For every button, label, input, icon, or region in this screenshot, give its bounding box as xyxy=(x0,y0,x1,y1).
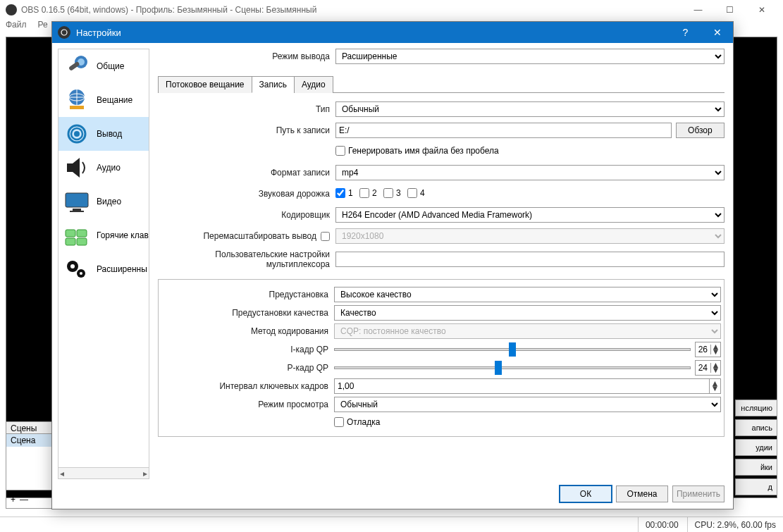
svg-rect-8 xyxy=(70,106,84,109)
type-select[interactable]: Обычный xyxy=(335,101,725,117)
dialog-titlebar[interactable]: Настройки ? ✕ xyxy=(52,22,733,43)
svg-rect-15 xyxy=(77,230,87,237)
tab-recording[interactable]: Запись xyxy=(252,76,295,93)
preset-label: Предустановка xyxy=(161,290,334,299)
menu-file[interactable]: Файл xyxy=(6,20,27,34)
settings-sidebar: Общие Вещание Вывод Аудио Видео Горячие … xyxy=(58,49,149,479)
svg-point-19 xyxy=(70,264,75,268)
tracks-label: Звуковая дорожка xyxy=(158,189,335,199)
apply-button[interactable]: Применить xyxy=(672,485,725,502)
right-btn-2[interactable]: апись xyxy=(735,419,777,436)
maximize-button[interactable]: ☐ xyxy=(714,0,746,20)
status-time: 00:00:00 xyxy=(638,517,679,532)
window-title: OBS 0.16.5 (64bit, windows) - Профиль: Б… xyxy=(21,5,682,15)
svg-rect-12 xyxy=(73,209,81,211)
browse-button[interactable]: Обзор xyxy=(676,123,725,138)
format-label: Формат записи xyxy=(158,168,335,178)
tab-audio[interactable]: Аудио xyxy=(294,76,333,93)
svg-rect-13 xyxy=(70,211,84,212)
broadcast-icon xyxy=(63,121,91,147)
sidebar-label: Аудио xyxy=(97,163,121,173)
keyint-input[interactable] xyxy=(334,378,710,394)
track1-checkbox[interactable]: 1 xyxy=(335,188,353,198)
close-button[interactable]: ✕ xyxy=(746,0,777,20)
keyboard-icon xyxy=(63,223,91,248)
debug-checkbox[interactable]: Отладка xyxy=(334,417,380,427)
viewmode-label: Режим просмотра xyxy=(161,400,334,409)
quality-preset-label: Предустановки качества xyxy=(161,308,334,318)
gears-icon xyxy=(63,256,91,282)
right-btn-5[interactable]: д xyxy=(735,478,777,495)
iqp-slider[interactable] xyxy=(334,348,691,351)
track4-checkbox[interactable]: 4 xyxy=(407,188,425,198)
status-cpu: CPU: 2.9%, 60.00 fps xyxy=(687,517,776,532)
muxer-label: Пользовательские настройки мультиплексор… xyxy=(158,249,335,269)
svg-rect-11 xyxy=(66,193,88,207)
sidebar-item-general[interactable]: Общие xyxy=(58,49,149,83)
globe-icon xyxy=(63,87,91,113)
svg-rect-17 xyxy=(77,238,87,245)
quality-preset-select[interactable]: Качество xyxy=(334,305,721,321)
preset-select[interactable]: Высокое качество xyxy=(334,287,721,302)
dialog-help-button[interactable]: ? xyxy=(670,22,701,43)
svg-point-21 xyxy=(80,272,82,275)
speaker-icon xyxy=(63,155,91,180)
viewmode-select[interactable]: Обычный xyxy=(334,397,721,412)
encoder-select[interactable]: H264 Encoder (AMD Advanced Media Framewo… xyxy=(335,207,725,223)
dialog-close-button[interactable]: ✕ xyxy=(701,22,733,43)
sidebar-label: Видео xyxy=(97,197,121,206)
format-select[interactable]: mp4 xyxy=(335,165,725,180)
iqp-spinner[interactable]: 26▲▼ xyxy=(695,342,721,357)
sidebar-item-advanced[interactable]: Расширенны xyxy=(58,252,149,286)
right-btn-3[interactable]: удии xyxy=(735,439,777,456)
sidebar-item-video[interactable]: Видео xyxy=(58,185,149,218)
rescale-checkbox[interactable] xyxy=(321,232,330,241)
svg-point-9 xyxy=(74,131,80,137)
pqp-slider[interactable] xyxy=(334,366,691,369)
slider-thumb-icon[interactable] xyxy=(509,342,516,357)
iqp-label: I-кадр QP xyxy=(161,345,334,354)
minimize-button[interactable]: — xyxy=(682,0,714,20)
svg-rect-16 xyxy=(66,238,75,245)
remove-scene-button[interactable]: — xyxy=(20,495,28,505)
settings-dialog: Настройки ? ✕ Общие Вещание Вывод Аудио xyxy=(51,21,734,509)
svg-marker-10 xyxy=(67,158,80,178)
encoder-label: Кодировщик xyxy=(158,210,335,220)
rescale-label: Перемасштабировать вывод xyxy=(203,231,316,241)
tab-streaming[interactable]: Потоковое вещание xyxy=(158,76,252,93)
path-input[interactable] xyxy=(335,123,672,138)
slider-thumb-icon[interactable] xyxy=(495,361,502,375)
track3-checkbox[interactable]: 3 xyxy=(383,188,401,198)
output-mode-select[interactable]: Расширенные xyxy=(335,49,725,64)
no-space-checkbox[interactable]: Генерировать имя файла без пробела xyxy=(335,146,499,156)
cancel-button[interactable]: Отмена xyxy=(616,485,668,502)
muxer-input[interactable] xyxy=(335,252,725,267)
sidebar-label: Общие xyxy=(97,61,124,71)
sidebar-label: Горячие клав xyxy=(97,230,149,240)
add-scene-button[interactable]: + xyxy=(11,495,16,505)
monitor-icon xyxy=(63,189,91,214)
svg-point-0 xyxy=(61,30,67,35)
right-btn-1[interactable]: нсляцию xyxy=(735,400,777,416)
wrench-icon xyxy=(63,54,91,79)
ok-button[interactable]: ОК xyxy=(560,485,612,502)
sidebar-item-hotkeys[interactable]: Горячие клав xyxy=(58,218,149,252)
keyint-spinner[interactable]: ▲▼ xyxy=(710,378,721,394)
sidebar-item-output[interactable]: Вывод xyxy=(58,117,149,151)
type-label: Тип xyxy=(158,104,335,114)
sidebar-item-audio[interactable]: Аудио xyxy=(58,151,149,185)
main-titlebar: OBS 0.16.5 (64bit, windows) - Профиль: Б… xyxy=(0,0,783,20)
track2-checkbox[interactable]: 2 xyxy=(359,188,377,198)
right-btn-4[interactable]: йки xyxy=(735,459,777,476)
output-tabs: Потоковое вещание Запись Аудио xyxy=(158,75,725,93)
coding-select: CQP: постоянное качество xyxy=(334,323,721,339)
keyint-label: Интервал ключевых кадров xyxy=(161,381,334,391)
coding-label: Метод кодирования xyxy=(161,326,334,336)
menu-edit[interactable]: Ре xyxy=(38,20,48,34)
sidebar-label: Расширенны xyxy=(97,264,147,274)
sidebar-scroll[interactable]: ◂▸ xyxy=(58,467,149,478)
sidebar-item-streaming[interactable]: Вещание xyxy=(58,83,149,117)
pqp-spinner[interactable]: 24▲▼ xyxy=(695,360,721,376)
sidebar-label: Вещание xyxy=(97,95,132,105)
path-label: Путь к записи xyxy=(158,125,335,135)
